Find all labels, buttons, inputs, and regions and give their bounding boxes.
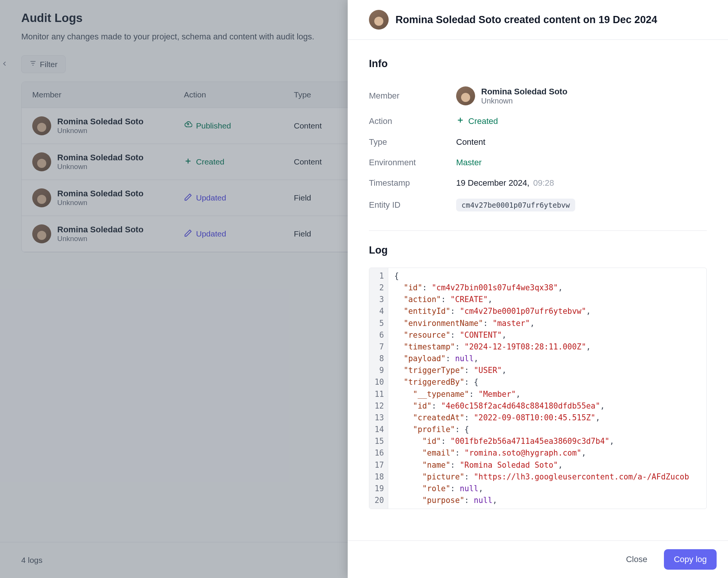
info-heading: Info <box>369 58 707 70</box>
timestamp-date: 19 December 2024, <box>456 178 529 188</box>
environment-value: Master <box>456 158 482 168</box>
avatar <box>369 10 389 30</box>
label-type: Type <box>369 137 456 147</box>
label-member: Member <box>369 91 456 101</box>
code-gutter: 1 2 3 4 5 6 7 8 9 10 11 12 13 14 15 16 1… <box>369 268 388 509</box>
panel-header: Romina Soledad Soto created content on 1… <box>348 0 728 40</box>
entity-id-chip[interactable]: cm4v27be0001p07ufr6ytebvw <box>456 199 575 211</box>
log-detail-panel: Romina Soledad Soto created content on 1… <box>348 0 728 578</box>
log-heading: Log <box>369 244 707 256</box>
panel-footer: Close Copy log <box>348 540 728 578</box>
timestamp-time: 09:28 <box>533 178 554 188</box>
label-action: Action <box>369 116 456 126</box>
panel-body[interactable]: Info Member Romina Soledad Soto Unknown … <box>348 40 728 540</box>
label-timestamp: Timestamp <box>369 178 456 188</box>
type-value: Content <box>456 137 485 147</box>
avatar <box>456 86 475 105</box>
code-content[interactable]: { "id": "cm4v27bin001s07uf4we3qx38", "ac… <box>388 268 695 509</box>
copy-log-button[interactable]: Copy log <box>664 549 717 570</box>
label-environment: Environment <box>369 158 456 168</box>
log-json-viewer[interactable]: 1 2 3 4 5 6 7 8 9 10 11 12 13 14 15 16 1… <box>369 268 707 509</box>
panel-title: Romina Soledad Soto created content on 1… <box>395 14 657 26</box>
divider <box>369 230 707 231</box>
close-button[interactable]: Close <box>616 549 657 570</box>
label-entity-id: Entity ID <box>369 200 456 210</box>
member-role: Unknown <box>481 97 567 105</box>
plus-icon <box>456 116 464 127</box>
action-value: Created <box>468 116 498 126</box>
member-name: Romina Soledad Soto <box>481 87 567 97</box>
